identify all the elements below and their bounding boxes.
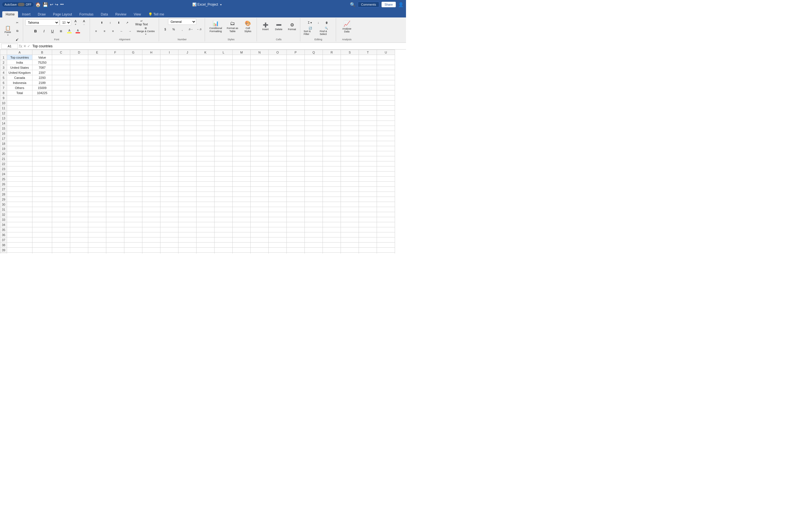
cell-k23[interactable] (197, 166, 214, 172)
cell-i11[interactable] (160, 106, 179, 111)
cell-h24[interactable] (142, 172, 160, 177)
cell-l39[interactable] (214, 247, 233, 252)
decrease-decimal-button[interactable]: ←.0 (195, 25, 203, 33)
cell-h1[interactable] (142, 55, 160, 60)
cell-c20[interactable] (52, 151, 70, 156)
percent-button[interactable]: % (170, 25, 177, 33)
cell-t13[interactable] (359, 116, 377, 121)
col-header-m[interactable]: M (233, 50, 251, 55)
cell-l9[interactable] (214, 96, 233, 101)
cell-q31[interactable] (305, 207, 323, 212)
cell-e29[interactable] (88, 197, 106, 202)
cell-r19[interactable] (323, 146, 341, 151)
cell-m12[interactable] (233, 111, 251, 116)
format-as-table-button[interactable]: 🗂 Format as Table (225, 18, 240, 34)
tab-view[interactable]: View (130, 11, 144, 17)
cell-s31[interactable] (341, 207, 359, 212)
cell-c31[interactable] (52, 207, 70, 212)
cell-g16[interactable] (124, 131, 142, 136)
cell-u27[interactable] (377, 187, 395, 192)
cell-k4[interactable] (197, 70, 214, 75)
row-header-30[interactable]: 30 (0, 202, 7, 207)
cell-l14[interactable] (214, 121, 233, 126)
cell-f34[interactable] (106, 222, 124, 227)
cell-g32[interactable] (124, 212, 142, 217)
cell-f11[interactable] (106, 106, 124, 111)
cell-f22[interactable] (106, 161, 124, 166)
cell-j34[interactable] (179, 222, 197, 227)
cell-j31[interactable] (179, 207, 197, 212)
cell-b5[interactable]: 2293 (33, 75, 52, 80)
cell-l32[interactable] (214, 212, 233, 217)
cell-t28[interactable] (359, 192, 377, 197)
cell-p19[interactable] (287, 146, 305, 151)
col-header-s[interactable]: S (341, 50, 359, 55)
cell-g8[interactable] (124, 91, 142, 96)
cell-r37[interactable] (323, 237, 341, 242)
cell-i15[interactable] (160, 126, 179, 131)
col-header-o[interactable]: O (269, 50, 287, 55)
cell-o30[interactable] (269, 202, 287, 207)
cell-h7[interactable] (142, 86, 160, 91)
cell-i27[interactable] (160, 187, 179, 192)
cell-b17[interactable] (33, 136, 52, 141)
row-header-8[interactable]: 8 (0, 91, 7, 96)
cell-b25[interactable] (33, 177, 52, 182)
cell-r4[interactable] (323, 70, 341, 75)
cell-k9[interactable] (197, 96, 214, 101)
cell-t3[interactable] (359, 65, 377, 70)
cell-t36[interactable] (359, 232, 377, 237)
cell-k3[interactable] (197, 65, 214, 70)
cell-q11[interactable] (305, 106, 323, 111)
cell-s1[interactable] (341, 55, 359, 60)
cell-b21[interactable] (33, 156, 52, 161)
cell-c4[interactable] (52, 70, 70, 75)
cell-q4[interactable] (305, 70, 323, 75)
cell-t29[interactable] (359, 197, 377, 202)
cell-a32[interactable] (7, 212, 33, 217)
cell-d39[interactable] (70, 247, 88, 252)
cell-q7[interactable] (305, 86, 323, 91)
cell-u2[interactable] (377, 60, 395, 65)
cell-j19[interactable] (179, 146, 197, 151)
col-header-n[interactable]: N (251, 50, 269, 55)
cell-o39[interactable] (269, 247, 287, 252)
cell-f2[interactable] (106, 60, 124, 65)
cell-reference-input[interactable] (1, 44, 18, 49)
cell-e4[interactable] (88, 70, 106, 75)
cell-o23[interactable] (269, 166, 287, 172)
cell-k38[interactable] (197, 242, 214, 247)
cell-o37[interactable] (269, 237, 287, 242)
cell-r22[interactable] (323, 161, 341, 166)
cell-d6[interactable] (70, 80, 88, 86)
cell-u5[interactable] (377, 75, 395, 80)
cell-f19[interactable] (106, 146, 124, 151)
cell-f29[interactable] (106, 197, 124, 202)
cell-n38[interactable] (251, 242, 269, 247)
cell-c6[interactable] (52, 80, 70, 86)
cell-n16[interactable] (251, 131, 269, 136)
cell-l22[interactable] (214, 161, 233, 166)
row-header-14[interactable]: 14 (0, 121, 7, 126)
cell-d20[interactable] (70, 151, 88, 156)
cell-m39[interactable] (233, 247, 251, 252)
cell-c13[interactable] (52, 116, 70, 121)
cell-p4[interactable] (287, 70, 305, 75)
cell-d33[interactable] (70, 217, 88, 222)
cell-j5[interactable] (179, 75, 197, 80)
cell-a38[interactable] (7, 242, 33, 247)
cell-q39[interactable] (305, 247, 323, 252)
cell-g4[interactable] (124, 70, 142, 75)
cell-k1[interactable] (197, 55, 214, 60)
cancel-formula-icon[interactable]: ✕ (23, 44, 26, 48)
cell-s6[interactable] (341, 80, 359, 86)
cell-e24[interactable] (88, 172, 106, 177)
cell-l15[interactable] (214, 126, 233, 131)
clear-button[interactable]: 🗑 (323, 18, 331, 26)
tab-tell-me[interactable]: 💡 Tell me (145, 11, 167, 17)
cell-e1[interactable] (88, 55, 106, 60)
cell-b28[interactable] (33, 192, 52, 197)
cell-l13[interactable] (214, 116, 233, 121)
cell-m1[interactable] (233, 55, 251, 60)
cell-d15[interactable] (70, 126, 88, 131)
